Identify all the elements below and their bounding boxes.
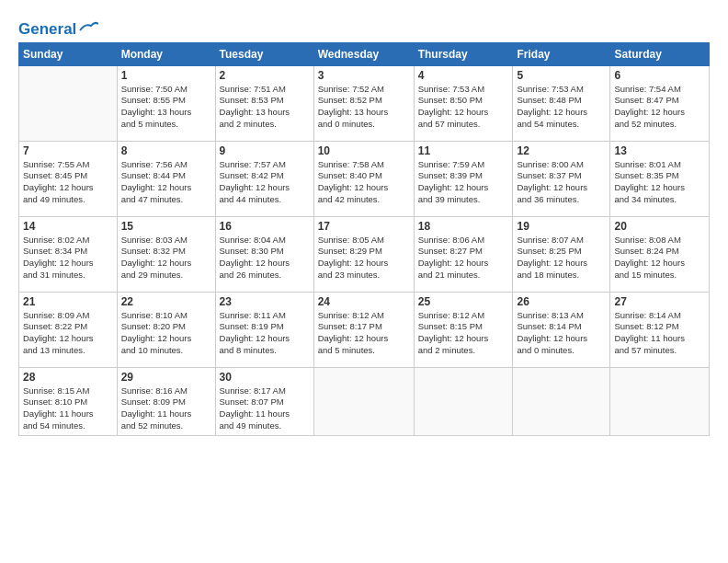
calendar-cell — [313, 367, 414, 435]
calendar-cell: 29Sunrise: 8:16 AM Sunset: 8:09 PM Dayli… — [117, 367, 215, 435]
day-number: 21 — [23, 295, 113, 308]
day-number: 8 — [121, 144, 211, 157]
day-number: 15 — [121, 220, 211, 233]
day-number: 4 — [418, 69, 509, 82]
calendar-cell: 14Sunrise: 8:02 AM Sunset: 8:34 PM Dayli… — [19, 216, 118, 292]
calendar-week-row: 28Sunrise: 8:15 AM Sunset: 8:10 PM Dayli… — [19, 367, 710, 435]
day-info: Sunrise: 8:07 AM Sunset: 8:25 PM Dayligh… — [517, 235, 606, 282]
day-number: 16 — [220, 220, 310, 233]
day-info: Sunrise: 8:10 AM Sunset: 8:20 PM Dayligh… — [121, 310, 211, 357]
day-number: 9 — [220, 144, 310, 157]
day-info: Sunrise: 8:04 AM Sunset: 8:30 PM Dayligh… — [220, 235, 310, 282]
day-number: 11 — [418, 144, 509, 157]
calendar-cell: 27Sunrise: 8:14 AM Sunset: 8:12 PM Dayli… — [610, 292, 710, 367]
calendar-cell: 13Sunrise: 8:01 AM Sunset: 8:35 PM Dayli… — [610, 141, 710, 216]
day-number: 24 — [318, 295, 410, 308]
calendar-cell: 5Sunrise: 7:53 AM Sunset: 8:48 PM Daylig… — [513, 65, 610, 141]
calendar-cell: 4Sunrise: 7:53 AM Sunset: 8:50 PM Daylig… — [414, 65, 513, 141]
calendar-cell: 10Sunrise: 7:58 AM Sunset: 8:40 PM Dayli… — [313, 141, 414, 216]
day-info: Sunrise: 8:12 AM Sunset: 8:15 PM Dayligh… — [418, 310, 509, 357]
day-info: Sunrise: 7:58 AM Sunset: 8:40 PM Dayligh… — [318, 159, 410, 206]
day-info: Sunrise: 8:13 AM Sunset: 8:14 PM Dayligh… — [517, 310, 606, 357]
calendar-cell: 25Sunrise: 8:12 AM Sunset: 8:15 PM Dayli… — [414, 292, 513, 367]
day-info: Sunrise: 8:17 AM Sunset: 8:07 PM Dayligh… — [220, 385, 310, 432]
day-info: Sunrise: 7:53 AM Sunset: 8:48 PM Dayligh… — [517, 84, 606, 131]
calendar-week-row: 14Sunrise: 8:02 AM Sunset: 8:34 PM Dayli… — [19, 216, 710, 292]
calendar-cell: 17Sunrise: 8:05 AM Sunset: 8:29 PM Dayli… — [313, 216, 414, 292]
calendar-cell: 20Sunrise: 8:08 AM Sunset: 8:24 PM Dayli… — [610, 216, 710, 292]
day-info: Sunrise: 8:05 AM Sunset: 8:29 PM Dayligh… — [318, 235, 410, 282]
calendar-cell: 8Sunrise: 7:56 AM Sunset: 8:44 PM Daylig… — [117, 141, 215, 216]
logo-bird-icon — [78, 21, 98, 34]
day-info: Sunrise: 7:53 AM Sunset: 8:50 PM Dayligh… — [418, 84, 509, 131]
logo: General — [18, 20, 98, 37]
calendar-cell — [610, 367, 710, 435]
calendar-cell: 16Sunrise: 8:04 AM Sunset: 8:30 PM Dayli… — [215, 216, 313, 292]
calendar-cell: 22Sunrise: 8:10 AM Sunset: 8:20 PM Dayli… — [117, 292, 215, 367]
day-number: 7 — [23, 144, 113, 157]
day-info: Sunrise: 8:14 AM Sunset: 8:12 PM Dayligh… — [614, 310, 705, 357]
calendar-cell — [19, 65, 118, 141]
calendar-cell: 1Sunrise: 7:50 AM Sunset: 8:55 PM Daylig… — [117, 65, 215, 141]
day-number: 27 — [614, 295, 705, 308]
day-info: Sunrise: 8:15 AM Sunset: 8:10 PM Dayligh… — [23, 385, 113, 432]
day-number: 1 — [121, 69, 211, 82]
day-info: Sunrise: 7:51 AM Sunset: 8:53 PM Dayligh… — [220, 84, 310, 131]
day-info: Sunrise: 7:56 AM Sunset: 8:44 PM Dayligh… — [121, 159, 211, 206]
day-number: 26 — [517, 295, 606, 308]
day-info: Sunrise: 8:16 AM Sunset: 8:09 PM Dayligh… — [121, 385, 211, 432]
day-info: Sunrise: 7:55 AM Sunset: 8:45 PM Dayligh… — [23, 159, 113, 206]
weekday-header-wednesday: Wednesday — [313, 42, 414, 65]
day-info: Sunrise: 8:09 AM Sunset: 8:22 PM Dayligh… — [23, 310, 113, 357]
day-info: Sunrise: 7:57 AM Sunset: 8:42 PM Dayligh… — [220, 159, 310, 206]
calendar-cell: 19Sunrise: 8:07 AM Sunset: 8:25 PM Dayli… — [513, 216, 610, 292]
day-number: 12 — [517, 144, 606, 157]
weekday-header-sunday: Sunday — [19, 42, 118, 65]
day-info: Sunrise: 8:01 AM Sunset: 8:35 PM Dayligh… — [614, 159, 705, 206]
calendar-cell: 26Sunrise: 8:13 AM Sunset: 8:14 PM Dayli… — [513, 292, 610, 367]
calendar-cell: 6Sunrise: 7:54 AM Sunset: 8:47 PM Daylig… — [610, 65, 710, 141]
day-number: 2 — [220, 69, 310, 82]
calendar-header-row: SundayMondayTuesdayWednesdayThursdayFrid… — [19, 42, 710, 65]
day-number: 25 — [418, 295, 509, 308]
calendar-cell: 3Sunrise: 7:52 AM Sunset: 8:52 PM Daylig… — [313, 65, 414, 141]
calendar-cell: 21Sunrise: 8:09 AM Sunset: 8:22 PM Dayli… — [19, 292, 118, 367]
day-info: Sunrise: 7:59 AM Sunset: 8:39 PM Dayligh… — [418, 159, 509, 206]
day-number: 30 — [220, 371, 310, 384]
day-number: 10 — [318, 144, 410, 157]
day-number: 17 — [318, 220, 410, 233]
calendar-week-row: 7Sunrise: 7:55 AM Sunset: 8:45 PM Daylig… — [19, 141, 710, 216]
day-info: Sunrise: 8:12 AM Sunset: 8:17 PM Dayligh… — [318, 310, 410, 357]
day-info: Sunrise: 7:50 AM Sunset: 8:55 PM Dayligh… — [121, 84, 211, 131]
page: General SundayMondayTuesdayWednesdayThur… — [0, 0, 728, 563]
calendar-cell: 24Sunrise: 8:12 AM Sunset: 8:17 PM Dayli… — [313, 292, 414, 367]
day-number: 28 — [23, 371, 113, 384]
calendar-cell: 23Sunrise: 8:11 AM Sunset: 8:19 PM Dayli… — [215, 292, 313, 367]
day-number: 14 — [23, 220, 113, 233]
calendar-cell: 30Sunrise: 8:17 AM Sunset: 8:07 PM Dayli… — [215, 367, 313, 435]
weekday-header-thursday: Thursday — [414, 42, 513, 65]
calendar-cell: 15Sunrise: 8:03 AM Sunset: 8:32 PM Dayli… — [117, 216, 215, 292]
day-number: 29 — [121, 371, 211, 384]
day-info: Sunrise: 7:54 AM Sunset: 8:47 PM Dayligh… — [614, 84, 705, 131]
calendar-week-row: 21Sunrise: 8:09 AM Sunset: 8:22 PM Dayli… — [19, 292, 710, 367]
calendar-cell: 12Sunrise: 8:00 AM Sunset: 8:37 PM Dayli… — [513, 141, 610, 216]
day-info: Sunrise: 8:00 AM Sunset: 8:37 PM Dayligh… — [517, 159, 606, 206]
day-number: 23 — [220, 295, 310, 308]
weekday-header-friday: Friday — [513, 42, 610, 65]
day-number: 6 — [614, 69, 705, 82]
day-info: Sunrise: 8:06 AM Sunset: 8:27 PM Dayligh… — [418, 235, 509, 282]
day-number: 5 — [517, 69, 606, 82]
logo-text: General — [18, 20, 76, 39]
day-number: 3 — [318, 69, 410, 82]
calendar-cell — [414, 367, 513, 435]
calendar-cell: 11Sunrise: 7:59 AM Sunset: 8:39 PM Dayli… — [414, 141, 513, 216]
weekday-header-tuesday: Tuesday — [215, 42, 313, 65]
calendar-cell: 28Sunrise: 8:15 AM Sunset: 8:10 PM Dayli… — [19, 367, 118, 435]
day-info: Sunrise: 8:11 AM Sunset: 8:19 PM Dayligh… — [220, 310, 310, 357]
calendar-cell — [513, 367, 610, 435]
day-info: Sunrise: 8:03 AM Sunset: 8:32 PM Dayligh… — [121, 235, 211, 282]
calendar-table: SundayMondayTuesdayWednesdayThursdayFrid… — [18, 42, 710, 436]
day-info: Sunrise: 8:02 AM Sunset: 8:34 PM Dayligh… — [23, 235, 113, 282]
day-info: Sunrise: 8:08 AM Sunset: 8:24 PM Dayligh… — [614, 235, 705, 282]
